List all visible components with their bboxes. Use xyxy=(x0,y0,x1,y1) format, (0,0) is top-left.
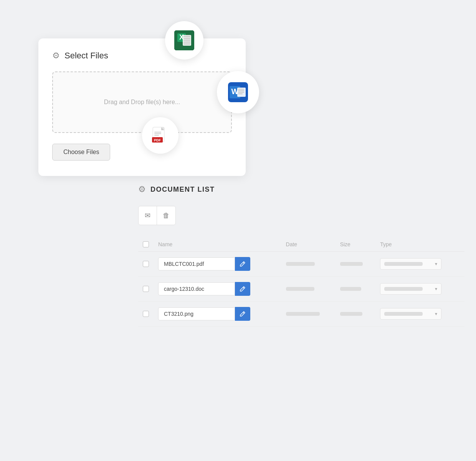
svg-rect-11 xyxy=(183,43,190,45)
type-dropdown[interactable]: ▾ xyxy=(380,308,441,320)
email-button[interactable]: ✉ xyxy=(139,206,157,225)
section-header: ⚙ DOCUMENT LIST xyxy=(138,184,464,194)
row-checkbox-2[interactable] xyxy=(143,311,149,317)
name-column-header: Name xyxy=(154,237,281,252)
email-icon: ✉ xyxy=(145,211,150,220)
type-value xyxy=(384,262,423,266)
word-icon: W xyxy=(228,82,248,102)
drop-zone[interactable]: Drag and Drop file(s) here... xyxy=(52,71,232,133)
file-name-cell xyxy=(158,307,277,321)
svg-rect-24 xyxy=(154,132,161,133)
edit-button[interactable] xyxy=(235,257,250,271)
file-table: Name Date Size Type xyxy=(138,237,464,327)
date-column-header: Date xyxy=(281,237,336,252)
svg-rect-8 xyxy=(183,38,190,39)
pdf-icon: PDF xyxy=(151,126,170,145)
table-row: ▾ xyxy=(138,277,464,302)
edit-button[interactable] xyxy=(235,282,250,296)
svg-rect-16 xyxy=(238,89,244,90)
file-name-cell xyxy=(158,282,277,296)
settings-icon: ⚙ xyxy=(52,51,60,61)
type-column-header: Type xyxy=(375,237,464,252)
svg-rect-10 xyxy=(183,41,190,43)
edit-button[interactable] xyxy=(235,307,250,321)
type-dropdown[interactable]: ▾ xyxy=(380,283,441,295)
chevron-down-icon: ▾ xyxy=(435,286,437,292)
file-name-input[interactable] xyxy=(158,257,235,270)
row-checkbox-0[interactable] xyxy=(143,261,149,267)
svg-rect-26 xyxy=(154,135,159,136)
card-title: ⚙ Select Files xyxy=(52,51,232,61)
document-list-title: DOCUMENT LIST xyxy=(150,186,215,194)
svg-rect-9 xyxy=(183,40,190,41)
date-value xyxy=(286,262,315,266)
svg-rect-18 xyxy=(238,92,244,93)
excel-icon: X X xyxy=(174,30,194,50)
delete-button[interactable]: 🗑 xyxy=(157,206,175,225)
size-column-header: Size xyxy=(336,237,376,252)
svg-rect-17 xyxy=(238,90,244,91)
excel-floating-icon: X X xyxy=(165,21,203,60)
edit-icon xyxy=(240,286,246,292)
type-dropdown[interactable]: ▾ xyxy=(380,258,441,270)
date-value xyxy=(286,287,314,291)
type-value xyxy=(384,287,423,291)
document-list-section: ⚙ DOCUMENT LIST ✉ 🗑 Name Date Size Type xyxy=(123,184,476,342)
file-name-input[interactable] xyxy=(158,307,235,320)
document-toolbar: ✉ 🗑 xyxy=(138,206,176,225)
svg-rect-7 xyxy=(183,36,190,37)
document-list-settings-icon: ⚙ xyxy=(138,184,146,194)
svg-rect-19 xyxy=(238,93,243,95)
size-value xyxy=(340,312,362,316)
svg-rect-25 xyxy=(154,133,161,134)
svg-text:PDF: PDF xyxy=(154,138,161,142)
date-value xyxy=(286,312,320,316)
choose-files-button[interactable]: Choose Files xyxy=(52,144,110,161)
type-value xyxy=(384,312,423,316)
size-value xyxy=(340,287,361,291)
trash-icon: 🗑 xyxy=(163,212,170,220)
table-row: ▾ xyxy=(138,302,464,327)
edit-icon xyxy=(240,311,246,317)
size-value xyxy=(340,262,363,266)
row-checkbox-1[interactable] xyxy=(143,286,149,292)
table-row: ▾ xyxy=(138,252,464,277)
select-files-title: Select Files xyxy=(64,51,108,61)
word-floating-icon: W xyxy=(217,71,259,113)
edit-icon xyxy=(240,261,246,267)
select-all-checkbox[interactable] xyxy=(143,241,149,247)
select-files-card: ⚙ Select Files Drag and Drop file(s) her… xyxy=(38,38,246,176)
file-name-input[interactable] xyxy=(158,282,235,295)
file-name-cell xyxy=(158,257,277,271)
chevron-down-icon: ▾ xyxy=(435,261,437,267)
drop-zone-text: Drag and Drop file(s) here... xyxy=(104,99,180,106)
chevron-down-icon: ▾ xyxy=(435,311,437,317)
pdf-floating-icon: PDF xyxy=(142,117,178,154)
